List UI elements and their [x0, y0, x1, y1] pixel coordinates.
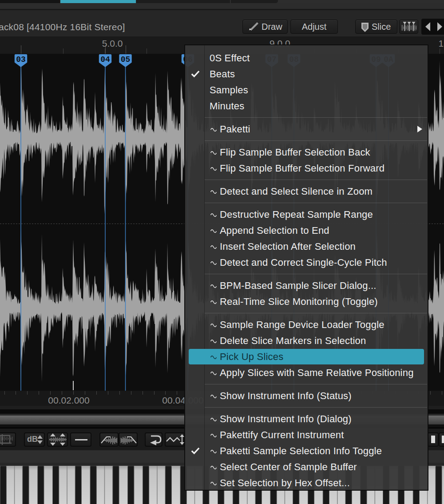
svg-text:04: 04 [100, 55, 110, 64]
svg-text:03: 03 [16, 55, 26, 64]
svg-text:05: 05 [121, 55, 131, 64]
